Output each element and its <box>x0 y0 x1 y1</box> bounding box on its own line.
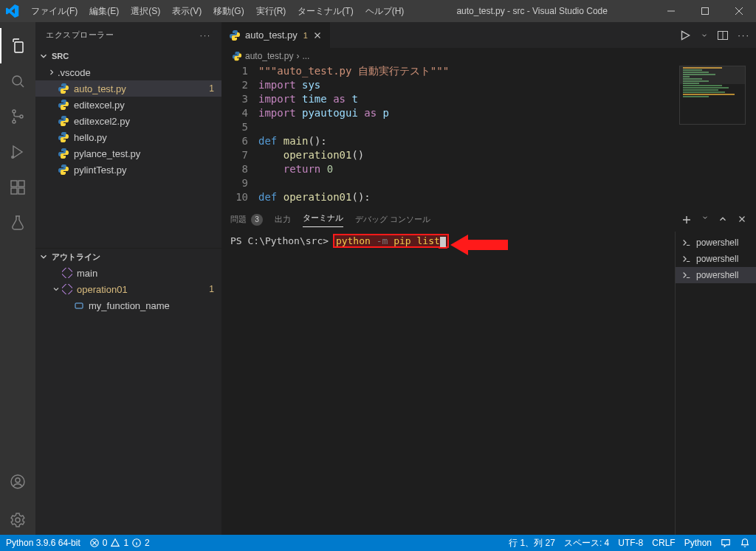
status-encoding[interactable]: UTF-8 <box>618 538 643 548</box>
minimize-button[interactable] <box>654 0 688 22</box>
file-tree: .vscode auto_test.py 1 editexcel.py edit… <box>35 64 221 178</box>
more-icon[interactable]: ··· <box>738 30 750 41</box>
project-name: SRC <box>52 52 69 60</box>
status-indentation[interactable]: スペース: 4 <box>564 537 609 550</box>
titlebar: ファイル(F) 編集(E) 選択(S) 表示(V) 移動(G) 実行(R) ター… <box>0 0 756 22</box>
status-eol[interactable]: CRLF <box>652 538 675 548</box>
chevron-down-icon <box>38 51 49 61</box>
status-python-version[interactable]: Python 3.9.6 64-bit <box>6 538 80 548</box>
svg-rect-8 <box>18 188 24 194</box>
menu-terminal[interactable]: ターミナル(T) <box>292 0 359 22</box>
svg-point-3 <box>13 120 16 123</box>
svg-rect-9 <box>18 181 24 187</box>
tree-file[interactable]: editexcel2.py <box>35 113 221 129</box>
tree-file[interactable]: hello.py <box>35 129 221 145</box>
terminal-cursor <box>440 237 446 247</box>
menu-selection[interactable]: 選択(S) <box>125 0 166 22</box>
terminal-dropdown-icon[interactable] <box>701 214 709 226</box>
outline-badge: 1 <box>209 284 214 294</box>
svg-marker-17 <box>450 235 508 255</box>
svg-rect-6 <box>11 181 17 187</box>
run-dropdown-icon[interactable] <box>701 32 708 39</box>
python-file-icon <box>229 30 241 41</box>
svg-rect-15 <box>75 303 83 308</box>
editor-group: auto_test.py 1 ··· auto_test.py › ... 12… <box>221 22 756 535</box>
window-title: auto_test.py - src - Visual Studio Code <box>410 6 654 16</box>
settings-gear-icon[interactable] <box>0 505 35 535</box>
terminal-icon <box>681 270 692 280</box>
breadcrumbs[interactable]: auto_test.py › ... <box>221 48 756 64</box>
svg-point-11 <box>16 478 20 482</box>
warning-icon <box>110 538 120 548</box>
file-label: auto_test.py <box>74 83 209 94</box>
terminal-icon <box>681 238 692 248</box>
file-label: editexcel2.py <box>74 116 221 127</box>
arrow-annotation-icon <box>450 232 509 258</box>
menu-view[interactable]: 表示(V) <box>166 0 207 22</box>
panel-tab-terminal[interactable]: ターミナル <box>303 212 343 227</box>
terminal-session[interactable]: powershell <box>676 235 756 251</box>
code-editor[interactable]: """auto_test.py 自動実行テスト""" import sys im… <box>258 64 449 207</box>
close-panel-icon[interactable] <box>737 214 747 226</box>
testing-icon[interactable] <box>0 205 35 240</box>
tab-dirty-badge: 1 <box>303 31 308 40</box>
run-debug-icon[interactable] <box>0 134 35 170</box>
terminal[interactable]: PS C:\Python\src> python -m pip list <box>221 232 675 535</box>
run-icon[interactable] <box>678 29 692 42</box>
menu-edit[interactable]: 編集(E) <box>83 0 125 22</box>
menu-file[interactable]: ファイル(F) <box>25 0 83 22</box>
python-file-icon <box>58 148 69 159</box>
panel-tab-debug[interactable]: デバッグ コンソール <box>355 214 430 225</box>
feedback-icon[interactable] <box>721 538 731 548</box>
project-section[interactable]: SRC <box>35 48 221 64</box>
source-control-icon[interactable] <box>0 99 35 134</box>
close-icon[interactable] <box>312 30 323 41</box>
new-terminal-icon[interactable] <box>681 214 693 226</box>
file-label: pylance_test.py <box>74 148 221 159</box>
tree-file[interactable]: auto_test.py 1 <box>35 80 221 97</box>
tree-file[interactable]: editexcel.py <box>35 97 221 113</box>
chevron-down-icon <box>50 285 62 294</box>
panel-tabs: 問題 3 出力 ターミナル デバッグ コンソール <box>221 207 756 232</box>
outline-section[interactable]: アウトライン <box>35 249 221 265</box>
outline-item[interactable]: operation01 1 <box>35 281 221 297</box>
explorer-title: エクスプローラー <box>46 30 114 41</box>
explorer-icon[interactable] <box>0 28 35 63</box>
sidebar-header: エクスプローラー ··· <box>35 22 221 48</box>
notifications-icon[interactable] <box>740 538 750 548</box>
tree-file[interactable]: pylance_test.py <box>35 145 221 162</box>
terminal-session[interactable]: powershell <box>676 267 756 283</box>
search-icon[interactable] <box>0 63 35 99</box>
panel-tab-output[interactable]: 出力 <box>275 214 291 225</box>
menu-run[interactable]: 実行(R) <box>250 0 292 22</box>
vscode-logo-icon <box>0 4 25 18</box>
activitybar <box>0 22 35 535</box>
tree-folder[interactable]: .vscode <box>35 64 221 80</box>
accounts-icon[interactable] <box>0 464 35 499</box>
info-icon <box>131 538 142 548</box>
split-editor-icon[interactable] <box>717 30 729 41</box>
breadcrumb-node: ... <box>302 51 309 61</box>
outline-label: my_function_name <box>89 300 221 311</box>
line-gutter: 12345678910 <box>221 64 258 207</box>
problems-count-badge: 3 <box>251 214 263 226</box>
outline-item[interactable]: my_function_name <box>35 297 221 313</box>
menu-go[interactable]: 移動(G) <box>207 0 250 22</box>
maximize-button[interactable] <box>688 0 722 22</box>
menu-help[interactable]: ヘルプ(H) <box>360 0 410 22</box>
more-icon[interactable]: ··· <box>200 31 211 40</box>
maximize-panel-icon[interactable] <box>718 214 728 226</box>
status-problems[interactable]: 0 1 2 <box>89 538 150 548</box>
status-language[interactable]: Python <box>684 538 712 548</box>
python-file-icon <box>58 115 69 127</box>
svg-rect-13 <box>62 268 72 278</box>
editor-tab[interactable]: auto_test.py 1 <box>221 22 331 48</box>
extensions-icon[interactable] <box>0 170 35 205</box>
terminal-session[interactable]: powershell <box>676 251 756 267</box>
close-button[interactable] <box>722 0 756 22</box>
tree-file[interactable]: pylintTest.py <box>35 162 221 178</box>
minimap[interactable] <box>679 66 746 125</box>
panel-tab-problems[interactable]: 問題 3 <box>230 214 263 226</box>
outline-item[interactable]: main <box>35 265 221 281</box>
status-cursor-position[interactable]: 行 1、列 27 <box>509 537 555 550</box>
